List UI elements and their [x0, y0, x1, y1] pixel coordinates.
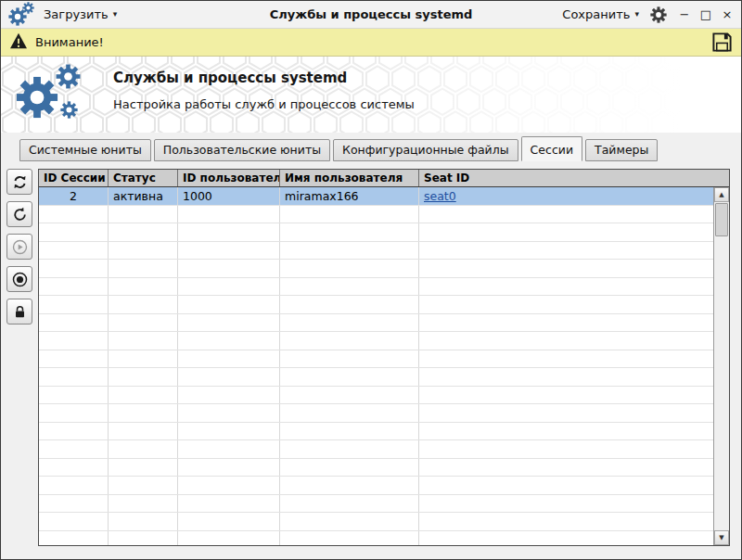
start-button[interactable]: [6, 234, 32, 260]
save-to-file-icon[interactable]: [711, 32, 733, 53]
load-button-label: Загрузить: [44, 7, 109, 21]
refresh-button[interactable]: [6, 169, 32, 195]
empty-row: [39, 404, 713, 423]
empty-row: [39, 223, 713, 242]
tab-timers[interactable]: Таймеры: [585, 139, 658, 161]
column-header[interactable]: Статус: [109, 170, 178, 186]
empty-row: [39, 260, 713, 278]
header-banner: Службы и процессы systemd Настройка рабо…: [1, 57, 741, 133]
empty-row: [39, 459, 713, 477]
chevron-down-icon: ▾: [113, 10, 118, 19]
warning-label: Внимание!: [35, 35, 104, 49]
tab-system-units[interactable]: Системные юниты: [19, 139, 151, 161]
empty-row: [39, 477, 713, 495]
column-header[interactable]: Имя пользователя: [280, 170, 419, 186]
empty-row: [39, 242, 713, 261]
save-button[interactable]: Сохранить ▾: [562, 7, 639, 21]
lock-button[interactable]: [6, 299, 32, 325]
restart-button[interactable]: [6, 201, 32, 227]
side-toolbar: [6, 169, 33, 546]
minimize-button[interactable]: −: [678, 8, 691, 20]
empty-row: [39, 387, 713, 405]
seat-link[interactable]: seat0: [424, 189, 456, 203]
seat-id-cell: seat0: [419, 187, 713, 205]
empty-row: [39, 440, 713, 459]
chevron-down-icon: ▾: [634, 10, 639, 19]
app-window: Загрузить ▾ Службы и процессы systemd Со…: [0, 0, 742, 560]
empty-row: [39, 332, 713, 350]
banner-subtitle: Настройка работы служб и процессов систе…: [113, 97, 415, 111]
play-icon: [12, 239, 28, 255]
banner-title: Службы и процессы systemd: [113, 70, 415, 86]
sessions-table: ID СессииСтатусID пользователяИмя пользо…: [38, 169, 730, 546]
empty-row: [39, 314, 713, 333]
app-gears-icon: [8, 2, 36, 27]
restart-icon: [12, 207, 28, 223]
scrollbar-thumb[interactable]: [715, 203, 728, 236]
column-header[interactable]: ID Сессии: [39, 170, 109, 186]
table-header: ID СессииСтатусID пользователяИмя пользо…: [39, 170, 729, 187]
lock-icon: [13, 305, 27, 319]
empty-row: [39, 368, 713, 387]
column-header[interactable]: ID пользователя: [178, 170, 280, 186]
empty-row: [39, 495, 713, 514]
app-logo-gears-icon: [16, 62, 99, 127]
vertical-scrollbar[interactable]: ▲ ▼: [713, 187, 729, 545]
save-button-label: Сохранить: [562, 7, 630, 21]
settings-gear-icon[interactable]: [650, 6, 667, 23]
empty-row: [39, 531, 713, 546]
stop-icon: [12, 272, 28, 287]
stop-button[interactable]: [6, 266, 32, 292]
empty-row: [39, 350, 713, 369]
status-cell: активна: [109, 187, 178, 205]
warning-bar: Внимание!: [1, 29, 741, 57]
tab-bar: Системные юнитыПользовательские юнитыКон…: [1, 133, 741, 161]
warning-triangle-icon: [9, 32, 28, 53]
username-cell: miramax166: [280, 187, 419, 205]
tab-user-units[interactable]: Пользовательские юниты: [154, 139, 330, 161]
table-body: 2активна1000miramax166seat0: [39, 187, 713, 545]
empty-row: [39, 206, 713, 224]
empty-row: [39, 423, 713, 441]
empty-row: [39, 278, 713, 297]
title-bar: Загрузить ▾ Службы и процессы systemd Со…: [1, 1, 741, 29]
window-title: Службы и процессы systemd: [270, 7, 473, 21]
close-button[interactable]: ×: [721, 8, 734, 20]
empty-row: [39, 296, 713, 314]
user-id-cell: 1000: [178, 187, 280, 205]
scroll-up-button[interactable]: ▲: [714, 187, 729, 202]
scroll-down-button[interactable]: ▼: [714, 530, 729, 545]
tab-config-files[interactable]: Конфигурационные файлы: [333, 139, 518, 161]
empty-row: [39, 513, 713, 531]
session-id-cell: 2: [39, 187, 109, 205]
column-header[interactable]: Seat ID: [419, 170, 729, 186]
refresh-icon: [12, 174, 28, 190]
tab-sessions[interactable]: Сессии: [521, 136, 582, 161]
session-row[interactable]: 2активна1000miramax166seat0: [39, 187, 713, 206]
content-area: ID СессииСтатусID пользователяИмя пользо…: [1, 161, 741, 559]
maximize-button[interactable]: □: [699, 8, 712, 20]
load-button[interactable]: Загрузить ▾: [44, 7, 117, 21]
